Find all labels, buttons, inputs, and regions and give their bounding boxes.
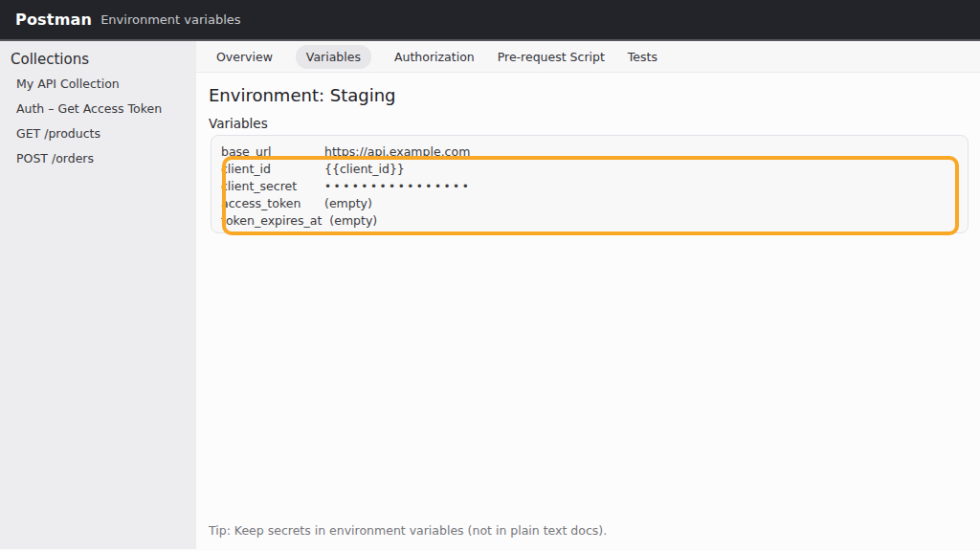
tab-variables[interactable]: Variables [296, 45, 371, 69]
top-bar: Postman Environment variables [0, 0, 980, 41]
variable-value: {{client_id}} [324, 161, 405, 178]
sidebar: Collections My API Collection Auth – Get… [0, 41, 196, 549]
tab-bar: Overview Variables Authorization Pre-req… [196, 41, 980, 73]
page-title: Environment: Staging [209, 85, 980, 105]
app-subtitle: Environment variables [100, 12, 240, 27]
tab-overview[interactable]: Overview [216, 45, 273, 69]
app-brand: Postman [15, 11, 92, 29]
tab-tests[interactable]: Tests [628, 45, 657, 69]
variables-section-label: Variables [209, 116, 980, 131]
variable-row-client-id[interactable]: client_id {{client_id}} [221, 161, 958, 178]
variable-name: access_token [221, 195, 317, 212]
sidebar-item-post-orders[interactable]: POST /orders [0, 146, 196, 171]
sidebar-item-auth-get-access-token[interactable]: Auth – Get Access Token [0, 97, 196, 121]
variable-value: (empty) [329, 212, 377, 230]
variable-value-masked: •••••••••••••••• [324, 178, 471, 195]
tab-authorization[interactable]: Authorization [394, 45, 475, 69]
sidebar-heading: Collections [0, 51, 196, 68]
main-layout: Collections My API Collection Auth – Get… [0, 41, 980, 549]
sidebar-item-my-api-collection[interactable]: My API Collection [0, 72, 196, 97]
sidebar-item-get-products[interactable]: GET /products [0, 121, 196, 146]
variable-value: https://api.example.com [324, 143, 470, 161]
variable-name: client_id [221, 161, 317, 178]
variable-value: (empty) [324, 195, 372, 212]
variable-row-client-secret[interactable]: client_secret •••••••••••••••• [221, 178, 958, 195]
variable-row-access-token[interactable]: access_token (empty) [221, 195, 958, 212]
variable-row-base-url[interactable]: base_url https://api.example.com [221, 143, 958, 161]
tab-pre-request-script[interactable]: Pre-request Script [498, 45, 605, 69]
variable-row-token-expires-at[interactable]: token_expires_at (empty) [221, 212, 958, 230]
content-area: Environment: Staging Variables base_url … [196, 73, 980, 549]
main-panel: Overview Variables Authorization Pre-req… [196, 41, 980, 549]
variable-name: token_expires_at [221, 212, 322, 230]
variable-name: base_url [221, 143, 317, 161]
tip-text: Tip: Keep secrets in environment variabl… [209, 524, 607, 538]
variable-name: client_secret [221, 178, 317, 195]
variables-card: base_url https://api.example.com client_… [211, 135, 969, 233]
